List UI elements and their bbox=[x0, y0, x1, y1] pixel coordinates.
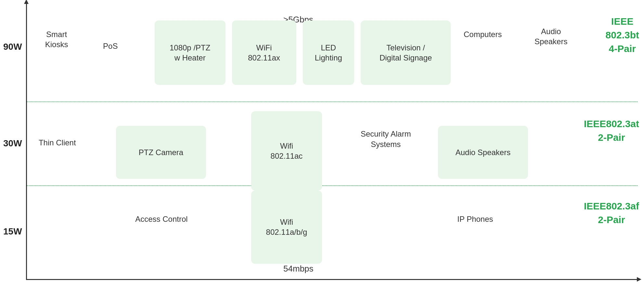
y-label-15w: 15W bbox=[3, 226, 22, 237]
item-pos: PoS bbox=[103, 41, 118, 51]
item-audio-speakers-30w: Audio Speakers bbox=[438, 126, 528, 179]
item-security-alarm: Security AlarmSystems bbox=[361, 129, 411, 149]
item-computers: Computers bbox=[464, 29, 502, 39]
ieee-802-3at: IEEE802.3at2-Pair bbox=[584, 117, 639, 144]
item-wifi-abg: Wifi802.11a/b/g bbox=[251, 191, 322, 264]
item-led-lighting: LEDLighting bbox=[303, 20, 354, 85]
item-access-control: Access Control bbox=[135, 214, 187, 224]
item-ptz-camera: PTZ Camera bbox=[116, 126, 206, 179]
item-television: Television /Digital Signage bbox=[361, 20, 451, 85]
item-thin-client: Thin Client bbox=[39, 138, 76, 148]
item-wifi-ac: Wifi802.11ac bbox=[251, 111, 322, 190]
x-axis bbox=[26, 279, 638, 280]
h-line-2 bbox=[27, 185, 638, 186]
y-label-90w: 90W bbox=[3, 42, 22, 52]
item-audio-speakers-90w: AudioSpeakers bbox=[535, 26, 567, 47]
item-1080p-ptz: 1080p /PTZw Heater bbox=[155, 20, 225, 85]
h-line-1 bbox=[27, 101, 638, 102]
speed-54mbps: 54mbps bbox=[283, 264, 314, 274]
ieee-802-3bt: IEEE802.3bt4-Pair bbox=[606, 15, 639, 56]
item-wifi-ax: WiFi802.11ax bbox=[232, 20, 296, 85]
y-label-30w: 30W bbox=[3, 138, 22, 149]
item-smart-kiosks: SmartKiosks bbox=[45, 29, 68, 49]
item-ip-phones: IP Phones bbox=[457, 214, 493, 224]
y-axis bbox=[26, 3, 27, 280]
ieee-802-3af: IEEE802.3af2-Pair bbox=[584, 199, 639, 227]
